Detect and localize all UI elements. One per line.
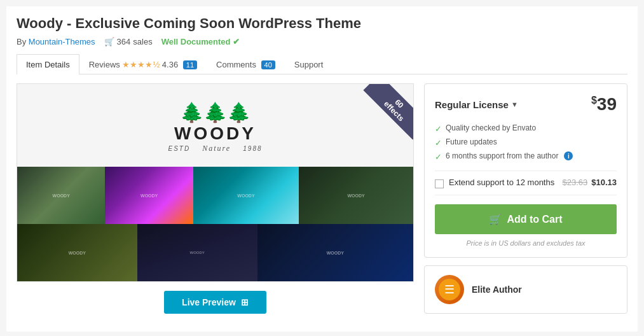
- thumb-5: WOODY: [17, 224, 137, 281]
- well-documented-text: Well Documented: [161, 37, 231, 46]
- content-area: 60 effects 🌲🌲🌲 WOODY ESTD Nature 1988: [17, 83, 627, 323]
- thumb-6: WOODY: [137, 224, 257, 281]
- thumbnails-row2: WOODY WOODY WOODY: [17, 224, 413, 281]
- reviews-badge: 11: [183, 60, 197, 69]
- review-stars: ★★★★½: [122, 60, 161, 69]
- sales-count: 364: [117, 37, 131, 46]
- add-to-cart-label: Add to Cart: [507, 214, 562, 225]
- by-text: By: [17, 37, 26, 46]
- feature-1-text: Quality checked by Envato: [446, 123, 536, 132]
- checkmark-icon: ✔: [233, 37, 240, 46]
- cart-icon: 🛒: [104, 37, 114, 46]
- author-avatar: ☰: [435, 275, 464, 304]
- woody-brand: WOODY: [174, 123, 256, 144]
- tree-icon: 🌲🌲🌲: [180, 103, 250, 122]
- comments-badge: 40: [261, 60, 275, 69]
- price-display: $39: [591, 94, 617, 115]
- extend-prices: $23.63 $10.13: [562, 178, 617, 187]
- hero-area: 🌲🌲🌲 WOODY ESTD Nature 1988: [17, 84, 413, 167]
- price-value: 39: [597, 94, 617, 114]
- by-label: By Mountain-Themes: [17, 37, 95, 46]
- license-label: Regular License ▼: [435, 99, 518, 110]
- thumb-2: WOODY: [105, 167, 193, 224]
- check-icon-2: ✓: [435, 138, 442, 148]
- tax-note: Price is in US dollars and excludes tax: [435, 239, 617, 247]
- check-icon-1: ✓: [435, 124, 442, 134]
- check-icon-3: ✓: [435, 152, 442, 162]
- dropdown-arrow-icon: ▼: [511, 101, 518, 108]
- add-to-cart-button[interactable]: 🛒 Add to Cart: [435, 204, 617, 234]
- info-icon: i: [564, 151, 573, 160]
- page-title: Woody - Exclusive Coming Soon WordPress …: [17, 15, 627, 32]
- dollar-sign: $: [591, 95, 597, 106]
- sales-info: 🛒 364 sales: [104, 37, 153, 46]
- feature-2-text: Future updates: [446, 137, 497, 146]
- extend-row: Extend support to 12 months $23.63 $10.1…: [435, 171, 617, 195]
- grid-icon: ⊞: [241, 297, 249, 307]
- live-preview-bar: Live Preview ⊞: [17, 282, 414, 323]
- thumb-7: WOODY: [257, 224, 413, 281]
- live-preview-button[interactable]: Live Preview ⊞: [164, 291, 266, 314]
- feature-1: ✓ Quality checked by Envato: [435, 123, 617, 134]
- feature-3: ✓ 6 months support from the author i: [435, 151, 617, 162]
- tab-support[interactable]: Support: [285, 54, 333, 74]
- well-documented-badge: Well Documented ✔: [161, 37, 240, 46]
- review-rating: 4.36: [162, 60, 178, 69]
- meta-bar: By Mountain-Themes 🛒 364 sales Well Docu…: [17, 37, 627, 46]
- extend-original-price: $23.63: [562, 178, 587, 187]
- sales-label: sales: [133, 37, 152, 46]
- preview-image-wrapper: 60 effects 🌲🌲🌲 WOODY ESTD Nature 1988: [17, 83, 414, 282]
- tab-reviews-label: Reviews: [89, 60, 120, 69]
- feature-2: ✓ Future updates: [435, 137, 617, 148]
- tab-reviews[interactable]: Reviews ★★★★½ 4.36 11: [79, 54, 207, 74]
- elite-author-label: Elite Author: [472, 284, 522, 295]
- thumb-4: WOODY: [299, 167, 413, 224]
- cart-icon: 🛒: [489, 213, 502, 225]
- live-preview-label: Live Preview: [182, 297, 236, 307]
- license-row: Regular License ▼ $39: [435, 94, 617, 115]
- tabs-bar: Item Details Reviews ★★★★½ 4.36 11 Comme…: [17, 54, 627, 74]
- features-list: ✓ Quality checked by Envato ✓ Future upd…: [435, 123, 617, 162]
- sidebar: Regular License ▼ $39 ✓ Quality checked …: [424, 83, 627, 323]
- feature-3-text: 6 months support from the author: [446, 151, 558, 160]
- preview-collage: 🌲🌲🌲 WOODY ESTD Nature 1988: [17, 84, 413, 281]
- tab-comments-label: Comments: [216, 60, 256, 69]
- thumbnails-row1: WOODY WOODY WOODY: [17, 167, 413, 224]
- author-avatar-inner: ☰: [439, 279, 460, 300]
- tab-item-details[interactable]: Item Details: [17, 54, 79, 74]
- extend-label: Extend support to 12 months: [449, 178, 554, 187]
- preview-section: 60 effects 🌲🌲🌲 WOODY ESTD Nature 1988: [17, 83, 414, 323]
- author-box: ☰ Elite Author: [424, 265, 627, 314]
- extend-checkbox[interactable]: [435, 179, 444, 188]
- thumb-3: WOODY: [193, 167, 299, 224]
- license-label-text: Regular License: [435, 99, 509, 110]
- purchase-box: Regular License ▼ $39 ✓ Quality checked …: [424, 83, 627, 258]
- woody-subtitle: ESTD Nature 1988: [168, 144, 262, 153]
- thumb-1: WOODY: [17, 167, 105, 224]
- tab-comments[interactable]: Comments 40: [207, 54, 285, 74]
- elite-author-icon: ☰: [444, 283, 455, 297]
- page-wrapper: Woody - Exclusive Coming Soon WordPress …: [6, 6, 638, 332]
- extend-discount-price: $10.13: [591, 178, 617, 187]
- tab-support-label: Support: [294, 60, 324, 69]
- author-link[interactable]: Mountain-Themes: [29, 37, 95, 46]
